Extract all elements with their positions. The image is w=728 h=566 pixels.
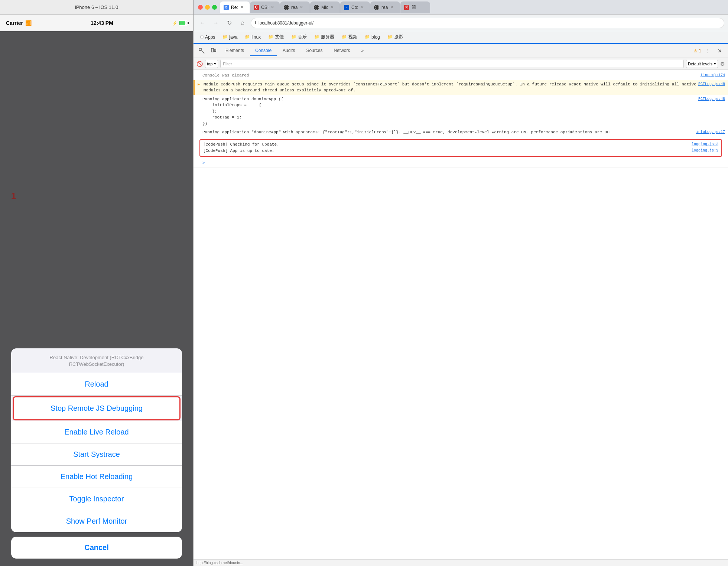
close-window-button[interactable] — [198, 5, 203, 10]
bookmark-photo[interactable]: 📁 摄影 — [384, 33, 406, 41]
maximize-window-button[interactable] — [212, 5, 217, 10]
devtools-close-button[interactable]: ✕ — [715, 46, 725, 56]
modal-cancel-sheet[interactable]: Cancel — [11, 537, 182, 559]
context-selector[interactable]: top ▾ — [205, 60, 218, 68]
tab-label-debugger: Re: — [231, 5, 238, 10]
expand-warning-icon[interactable]: ▶ — [198, 82, 200, 87]
log-level-selector[interactable]: Default levels ▾ — [686, 60, 718, 68]
iphone-screen: 1 React Native: Development (RCTCxxBridg… — [0, 31, 193, 566]
modal-item-toggle-inspector[interactable]: Toggle Inspector — [11, 488, 182, 510]
devtools-toolbar: Elements Console Audits Sources Network … — [194, 44, 728, 58]
select-element-button[interactable] — [196, 46, 207, 56]
codepush-highlight-container: logging.js:3 [CodePush] Checking for upd… — [196, 139, 725, 157]
modal-cancel-button[interactable]: Cancel — [11, 537, 182, 559]
console-input-line[interactable]: > — [194, 159, 728, 168]
modal-item-reload[interactable]: Reload — [11, 373, 182, 396]
tab-close-github-rea2[interactable]: ✕ — [390, 5, 393, 10]
tab-close-csdn[interactable]: ✕ — [271, 5, 274, 10]
bookmark-linux[interactable]: 📁 linux — [242, 33, 264, 41]
folder-icon-aijia: 📁 — [268, 35, 273, 39]
bookmark-java[interactable]: 📁 java — [220, 33, 240, 41]
bookmark-blog[interactable]: 📁 blog — [362, 33, 383, 41]
console-file-running2[interactable]: infoLog.js:17 — [696, 129, 725, 135]
bookmark-apps-label: Apps — [205, 35, 215, 40]
tab-close-confluence[interactable]: ✕ — [361, 5, 364, 10]
tab-favicon-github-react: ◯ — [284, 5, 289, 10]
chevron-down-icon: ▾ — [214, 61, 216, 66]
console-file-cleared[interactable]: (index):174 — [701, 72, 725, 78]
bookmark-servers[interactable]: 📁 服务器 — [311, 33, 337, 41]
svg-rect-0 — [199, 48, 201, 51]
tab-console[interactable]: Console — [250, 46, 277, 56]
clear-console-button[interactable]: 🚫 — [196, 61, 203, 67]
modal-item-perf-monitor[interactable]: Show Perf Monitor — [11, 510, 182, 532]
tab-audits[interactable]: Audits — [277, 46, 300, 56]
bookmark-apps[interactable]: ⊞ Apps — [197, 33, 218, 41]
console-filter-input[interactable]: Filter — [220, 60, 684, 68]
chrome-tabs: ⚙ Re: ✕ C CS: ✕ ◯ rea ✕ ◯ Mic ✕ ≡ Co: — [220, 1, 724, 13]
apps-icon: ⊞ — [200, 35, 204, 39]
bookmark-linux-label: linux — [251, 35, 261, 40]
chrome-panel: ⚙ Re: ✕ C CS: ✕ ◯ rea ✕ ◯ Mic ✕ ≡ Co: — [193, 0, 728, 566]
chrome-tab-github-rea2[interactable]: ◯ rea ✕ — [370, 1, 400, 13]
tab-sources[interactable]: Sources — [301, 46, 328, 56]
codepush-file-2[interactable]: logging.js:3 — [692, 148, 718, 154]
codepush-file-1[interactable]: logging.js:3 — [692, 142, 718, 147]
warning-count-badge: ⚠ 1 — [693, 48, 701, 53]
devtools-more-button[interactable]: ⋮ — [703, 46, 713, 56]
console-toolbar: 🚫 top ▾ Filter Default levels ▾ ⚙ — [194, 58, 728, 70]
folder-icon-java: 📁 — [222, 35, 228, 39]
console-settings-icon[interactable]: ⚙ — [720, 61, 725, 67]
chrome-tab-csdn[interactable]: C CS: ✕ — [250, 1, 280, 13]
console-output: (index):174 Console was cleared ▶ RCTLog… — [194, 70, 728, 559]
chrome-tab-debugger[interactable]: ⚙ Re: ✕ — [220, 1, 250, 13]
tab-favicon-github-rea2: ◯ — [374, 5, 379, 10]
modal-item-systrace[interactable]: Start Systrace — [11, 443, 182, 466]
chrome-tab-github-mic[interactable]: ◯ Mic ✕ — [310, 1, 340, 13]
modal-header-title: React Native: Development (RCTCxxBridge … — [19, 354, 175, 368]
wifi-icon: 📶 — [25, 20, 32, 26]
codepush-highlight-box: logging.js:3 [CodePush] Checking for upd… — [199, 139, 722, 157]
tab-label-github-react: rea — [291, 5, 298, 10]
minimize-window-button[interactable] — [205, 5, 210, 10]
devtools-tabs: Elements Console Audits Sources Network … — [220, 46, 692, 56]
modal-sheet: React Native: Development (RCTCxxBridge … — [11, 348, 182, 532]
bookmark-video[interactable]: 📁 视频 — [339, 33, 360, 41]
tab-favicon-csdn: C — [254, 5, 259, 10]
lock-icon: ℹ — [255, 20, 256, 25]
tab-label-csdn2: 简 — [412, 4, 416, 10]
simulator-titlebar: iPhone 6 – iOS 11.0 — [0, 0, 193, 15]
home-button[interactable]: ⌂ — [237, 18, 248, 28]
modal-item-live-reload[interactable]: Enable Live Reload — [11, 421, 182, 443]
tab-close-debugger[interactable]: ✕ — [240, 5, 244, 10]
status-carrier: Carrier 📶 — [6, 20, 32, 26]
refresh-button[interactable]: ↻ — [224, 18, 234, 28]
folder-icon-blog: 📁 — [365, 35, 370, 39]
modal-item-stop-debug[interactable]: Stop Remote JS Debugging — [13, 396, 181, 420]
address-bar[interactable]: ℹ localhost:8081/debugger-ui/ — [251, 18, 724, 28]
chrome-tab-confluence[interactable]: ≡ Co: ✕ — [340, 1, 370, 13]
chevron-down-icon-log: ▾ — [714, 61, 716, 66]
bookmark-servers-label: 服务器 — [321, 34, 334, 40]
bookmark-java-label: java — [229, 35, 237, 40]
chrome-tab-github-react[interactable]: ◯ rea ✕ — [280, 1, 310, 13]
tab-more[interactable]: » — [356, 46, 369, 56]
bookmark-aijia[interactable]: 📁 艾佳 — [265, 33, 287, 41]
console-line-warning: ▶ RCTLog.js:48 Module CodePush requires … — [194, 80, 728, 95]
device-toolbar-button[interactable] — [208, 46, 219, 56]
tab-network[interactable]: Network — [328, 46, 355, 56]
modal-item-hot-reload[interactable]: Enable Hot Reloading — [11, 466, 182, 488]
forward-button: → — [211, 18, 221, 28]
simulator-title: iPhone 6 – iOS 11.0 — [75, 4, 118, 10]
tab-close-github-mic[interactable]: ✕ — [331, 5, 334, 10]
tab-favicon-debugger: ⚙ — [224, 5, 229, 10]
chrome-tab-csdn2[interactable]: 简 简 — [400, 1, 430, 13]
tab-close-github-react[interactable]: ✕ — [300, 5, 303, 10]
tab-elements[interactable]: Elements — [220, 46, 249, 56]
folder-icon-linux: 📁 — [245, 35, 250, 39]
bookmark-music[interactable]: 📁 音乐 — [288, 33, 310, 41]
modal-header: React Native: Development (RCTCxxBridge … — [11, 348, 182, 373]
address-text: localhost:8081/debugger-ui/ — [259, 20, 720, 26]
console-file-warning[interactable]: RCTLog.js:48 — [698, 81, 725, 87]
console-file-running1[interactable]: RCTLog.js:48 — [698, 96, 725, 102]
